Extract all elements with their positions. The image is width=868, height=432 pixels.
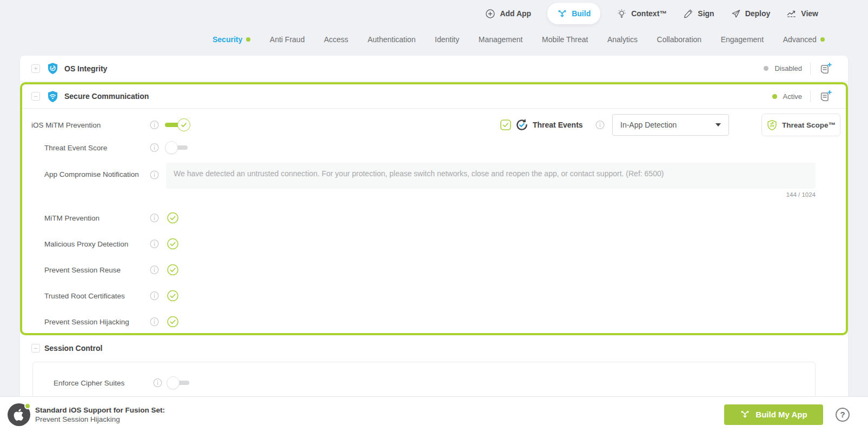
- notification-message-input[interactable]: We have detected an untrusted connection…: [166, 163, 816, 189]
- shield-check-icon: [47, 62, 59, 75]
- nav-item-engagement[interactable]: Engagement: [721, 35, 764, 44]
- nav-item-collaboration[interactable]: Collaboration: [657, 35, 702, 44]
- feature-label: Prevent Session Reuse: [44, 266, 121, 274]
- green-status-dot: [820, 37, 825, 42]
- nav-item-mobile-threat[interactable]: Mobile Threat: [542, 35, 588, 44]
- info-icon[interactable]: [150, 291, 159, 301]
- feature-label: MiTM Prevention: [44, 214, 100, 222]
- os-integrity-section-header: + OS Integrity Disabled: [20, 56, 848, 82]
- threat-events-label: Threat Events: [533, 121, 583, 129]
- green-status-dot: [24, 403, 31, 409]
- add-note-icon[interactable]: [819, 62, 832, 75]
- build-tab[interactable]: Build: [547, 3, 600, 24]
- nav-item-access[interactable]: Access: [324, 35, 348, 44]
- ios-mitm-toggle-on[interactable]: [165, 118, 190, 131]
- mitm-prevention-row: MiTM Prevention: [22, 205, 846, 231]
- feature-label: iOS MiTM Prevention: [31, 121, 101, 129]
- ios-app-logo: [8, 403, 30, 426]
- build-my-app-button[interactable]: Build My App: [724, 404, 823, 425]
- check-circle-icon: [167, 238, 178, 250]
- lightbulb-icon: [617, 9, 627, 19]
- collapse-minus-icon[interactable]: −: [31, 344, 40, 353]
- info-icon[interactable]: [150, 121, 159, 130]
- feature-label: Threat Event Score: [44, 144, 107, 152]
- ios-mitm-prevention-row: iOS MiTM Prevention Threat Events In-App…: [22, 113, 846, 137]
- context-label: Context™: [631, 9, 667, 18]
- nav-item-authentication[interactable]: Authentication: [368, 35, 416, 44]
- section-title: OS Integrity: [64, 64, 107, 73]
- info-icon[interactable]: [150, 317, 159, 327]
- info-icon[interactable]: [153, 378, 162, 388]
- status-badge: Disabled: [774, 64, 802, 72]
- sign-label: Sign: [698, 9, 714, 18]
- detection-mode-dropdown[interactable]: In-App Detection: [612, 114, 729, 136]
- apple-logo-icon: [12, 408, 26, 422]
- status-badge: Active: [783, 92, 802, 101]
- check-icon: [181, 122, 187, 128]
- build-label: Build: [572, 9, 591, 18]
- check-circle-icon: [167, 290, 178, 302]
- threat-scope-shield-icon: [766, 119, 778, 131]
- nav-item-anti-fraud[interactable]: Anti Fraud: [270, 35, 305, 44]
- paper-plane-icon: [731, 9, 741, 19]
- prevent-session-reuse-row: Prevent Session Reuse: [22, 257, 846, 283]
- character-counter: 144 / 1024: [786, 191, 816, 198]
- deploy-tab[interactable]: Deploy: [731, 9, 771, 19]
- fusion-set-label: Standard iOS Support for Fusion Set:: [35, 406, 165, 415]
- green-status-dot: [246, 37, 250, 42]
- nav-item-identity[interactable]: Identity: [435, 35, 459, 44]
- prevent-session-hijacking-row: Prevent Session Hijacking: [22, 309, 846, 335]
- build-console-page: Add App Build Context™ Sign Deploy View: [0, 0, 868, 432]
- fusion-set-info: Standard iOS Support for Fusion Set: Pre…: [35, 406, 165, 424]
- info-icon[interactable]: [150, 143, 159, 152]
- disabled-status-dot: [764, 66, 768, 71]
- feature-label: App Compromise Notification: [44, 170, 139, 178]
- threat-event-score-row: Threat Event Score: [22, 137, 846, 158]
- secure-communication-header: − Secure Communication Active: [22, 84, 846, 109]
- info-icon[interactable]: [595, 121, 605, 130]
- plus-circle-icon: [485, 9, 495, 19]
- secure-communication-section: − Secure Communication Active iOS MiTM P…: [20, 82, 848, 335]
- trusted-root-certificates-row: Trusted Root Certificates: [22, 283, 846, 309]
- pen-icon: [683, 9, 693, 19]
- divider: [810, 90, 811, 102]
- threat-event-score-toggle-off[interactable]: [165, 141, 189, 154]
- info-icon[interactable]: [150, 214, 159, 223]
- add-app-label: Add App: [500, 9, 531, 18]
- info-icon[interactable]: [150, 170, 159, 180]
- nav-item-management[interactable]: Management: [479, 35, 523, 44]
- expand-plus-icon[interactable]: +: [31, 64, 40, 73]
- build-icon: [557, 9, 567, 19]
- threat-events-checkbox-checked[interactable]: [500, 119, 511, 130]
- check-circle-icon: [167, 316, 178, 328]
- nav-item-advanced[interactable]: Advanced: [783, 35, 825, 44]
- build-footer: Standard iOS Support for Fusion Set: Pre…: [0, 396, 868, 432]
- active-status-dot: [772, 94, 777, 99]
- view-label: View: [801, 9, 818, 18]
- chevron-down-icon: [715, 123, 721, 127]
- info-icon[interactable]: [150, 240, 159, 249]
- enforce-cipher-suites-toggle-off[interactable]: [167, 376, 190, 389]
- section-title: Session Control: [44, 344, 102, 353]
- nav-item-security[interactable]: Security: [213, 35, 250, 44]
- collapse-minus-icon[interactable]: −: [31, 92, 40, 101]
- info-icon[interactable]: [150, 265, 159, 275]
- check-circle-icon: [167, 212, 178, 224]
- context-tab[interactable]: Context™: [617, 9, 667, 19]
- view-tab[interactable]: View: [786, 9, 818, 19]
- fusion-set-value: Prevent Session Hijacking: [35, 415, 165, 424]
- sign-tab[interactable]: Sign: [683, 9, 714, 19]
- help-icon[interactable]: ?: [836, 408, 850, 422]
- session-control-header: − Session Control: [20, 335, 848, 362]
- category-nav: Security Anti Fraud Access Authenticatio…: [213, 28, 825, 51]
- top-toolbar: Add App Build Context™ Sign Deploy View: [0, 0, 868, 27]
- threat-scope-button[interactable]: Threat Scope™: [761, 114, 840, 136]
- shield-wifi-icon: [47, 90, 59, 103]
- add-app-button[interactable]: Add App: [485, 9, 531, 19]
- feature-label: Malicious Proxy Detection: [44, 240, 128, 248]
- nav-item-analytics[interactable]: Analytics: [607, 35, 638, 44]
- malicious-proxy-detection-row: Malicious Proxy Detection: [22, 231, 846, 257]
- add-note-icon[interactable]: [819, 90, 832, 103]
- build-icon: [740, 409, 750, 420]
- dropdown-selected-value: In-App Detection: [620, 121, 677, 129]
